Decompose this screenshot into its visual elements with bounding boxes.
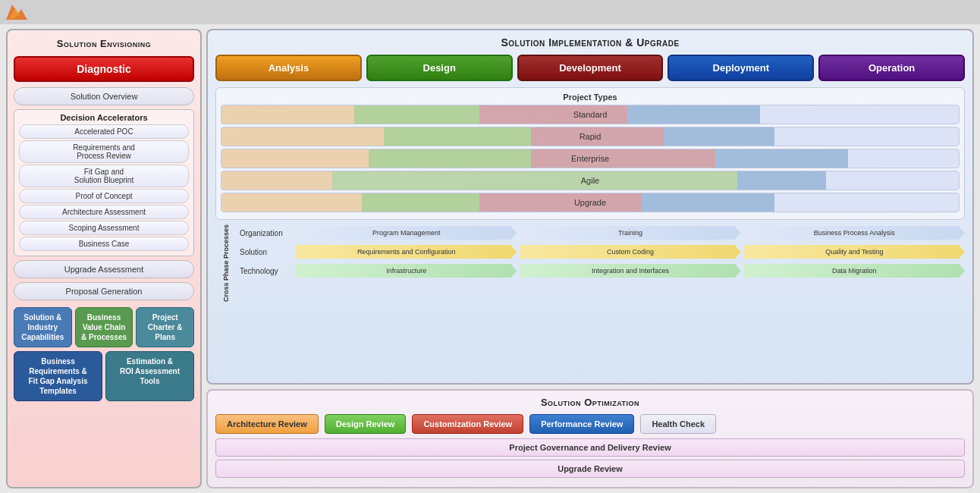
phase-row: Analysis Design Development Deployment O… — [215, 55, 965, 81]
decision-item-scoping[interactable]: Scoping Assessment — [19, 221, 189, 235]
cp-row-solution: Solution Requirements and Configuration … — [240, 243, 965, 260]
cp-arrow-infrastructure[interactable]: Infrastructure — [296, 264, 517, 278]
phase-analysis-button[interactable]: Analysis — [215, 55, 362, 81]
impl-title: Solution Implementation & Upgrade — [215, 36, 965, 49]
opt-buttons-row: Architecture Review Design Review Custom… — [215, 414, 965, 434]
left-panel-title: Solution Envisioning — [14, 38, 194, 49]
cp-arrow-req-config[interactable]: Requirements and Configuration — [296, 245, 517, 259]
cross-phase-label: Cross Phase Processes — [222, 225, 230, 302]
cp-arrow-data-migration[interactable]: Data Migration — [744, 264, 965, 278]
project-types-title: Project Types — [221, 93, 960, 102]
project-types-box: Project Types Standard — [215, 87, 965, 220]
cp-arrow-qa[interactable]: Quality and Testing — [744, 245, 965, 259]
decision-item-fitgap[interactable]: Fit Gap andSolution Blueprint — [19, 165, 189, 187]
tile-estimation-roi[interactable]: Estimation &ROI AssessmentTools — [105, 351, 194, 401]
bottom-tiles-row1: Solution &IndustryCapabilities BusinessV… — [14, 307, 194, 347]
decision-item-requirements[interactable]: Requirements andProcess Review — [19, 140, 189, 163]
cp-category-sol: Solution — [240, 248, 293, 256]
cross-phase-section: Cross Phase Processes Organization Progr… — [215, 225, 965, 302]
right-panel: Solution Implementation & Upgrade Analys… — [206, 29, 974, 488]
opt-performance-review-btn[interactable]: Performance Review — [529, 414, 634, 434]
cp-arrow-integration[interactable]: Integration and Interfaces — [520, 264, 740, 278]
pt-row-standard[interactable]: Standard — [221, 105, 960, 124]
cp-row-technology: Technology Infrastructure Integration an… — [240, 262, 965, 279]
phase-operation-button[interactable]: Operation — [818, 55, 965, 81]
app-logo — [6, 3, 27, 21]
opt-title: Solution Optimization — [215, 397, 965, 408]
tile-business-value[interactable]: BusinessValue Chain& Processes — [75, 307, 133, 347]
decision-item-architecture[interactable]: Architecture Assessment — [19, 205, 189, 219]
opt-health-check-btn[interactable]: Health Check — [640, 414, 716, 434]
upgrade-assessment-button[interactable]: Upgrade Assessment — [14, 260, 194, 278]
top-bar — [0, 0, 980, 24]
decision-item-poc[interactable]: Accelerated POC — [19, 124, 189, 139]
opt-architecture-review-btn[interactable]: Architecture Review — [215, 414, 319, 434]
implementation-panel: Solution Implementation & Upgrade Analys… — [206, 29, 974, 385]
tile-business-requirements[interactable]: Business Requirements &Fit Gap AnalysisT… — [14, 351, 102, 401]
tile-project-charter[interactable]: ProjectCharter &Plans — [136, 307, 194, 347]
opt-design-review-btn[interactable]: Design Review — [325, 414, 407, 434]
phase-development-button[interactable]: Development — [517, 55, 664, 81]
optimization-panel: Solution Optimization Architecture Revie… — [206, 389, 974, 488]
pt-row-agile[interactable]: Agile — [221, 171, 960, 190]
pt-row-upgrade[interactable]: Upgrade — [221, 193, 960, 212]
pt-row-enterprise[interactable]: Enterprise — [221, 149, 960, 168]
left-panel: Solution Envisioning Diagnostic Solution… — [6, 29, 202, 488]
proposal-generation-button[interactable]: Proposal Generation — [14, 282, 194, 300]
opt-upgrade-review-btn[interactable]: Upgrade Review — [215, 460, 965, 478]
cp-arrow-bpa[interactable]: Business Process Analysis — [744, 226, 965, 240]
cp-arrow-custom-coding[interactable]: Custom Coding — [520, 245, 740, 259]
cp-row-organization: Organization Program Management Training… — [240, 225, 965, 241]
decision-item-business-case[interactable]: Business Case — [19, 237, 189, 251]
cp-category-org: Organization — [240, 229, 293, 237]
decision-item-proof[interactable]: Proof of Concept — [19, 189, 189, 203]
cp-category-tech: Technology — [240, 267, 293, 275]
decision-accelerators-title: Decision Accelerators — [19, 113, 189, 122]
diagnostic-button[interactable]: Diagnostic — [14, 56, 194, 82]
tile-solution-industry[interactable]: Solution &IndustryCapabilities — [14, 307, 72, 347]
bottom-tiles-row2: Business Requirements &Fit Gap AnalysisT… — [14, 351, 194, 401]
main-container: Solution Envisioning Diagnostic Solution… — [0, 24, 980, 493]
opt-governance-btn[interactable]: Project Governance and Delivery Review — [215, 438, 965, 457]
cp-arrow-program-mgmt[interactable]: Program Management — [296, 226, 517, 240]
phase-deployment-button[interactable]: Deployment — [667, 55, 814, 81]
opt-customization-review-btn[interactable]: Customization Review — [412, 414, 523, 434]
decision-accelerators-box: Decision Accelerators Accelerated POC Re… — [14, 109, 194, 256]
cp-arrow-training[interactable]: Training — [520, 226, 740, 240]
solution-overview-button[interactable]: Solution Overview — [14, 87, 194, 105]
phase-design-button[interactable]: Design — [366, 55, 513, 81]
pt-row-rapid[interactable]: Rapid — [221, 127, 960, 146]
